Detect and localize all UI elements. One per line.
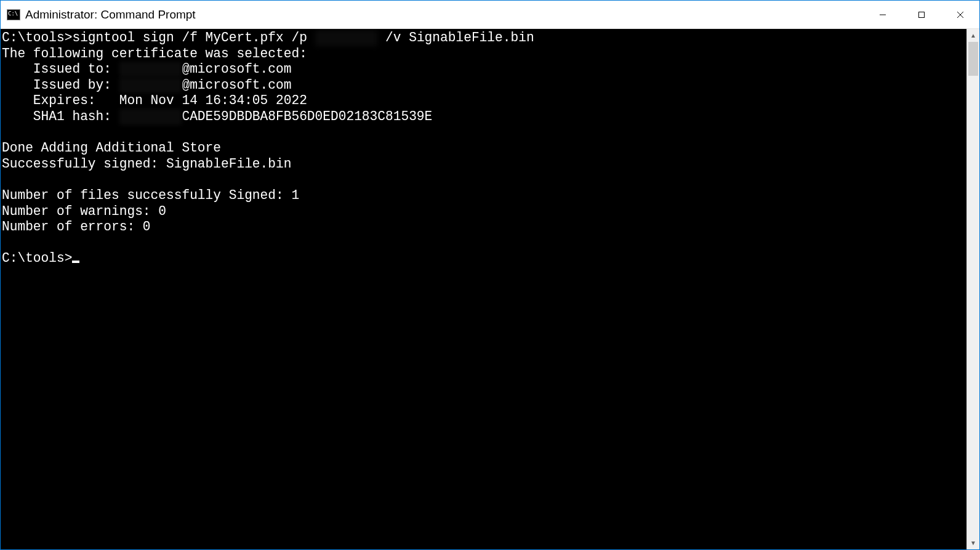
- issued-to-suffix: @microsoft.com: [182, 62, 291, 76]
- minimize-icon: [879, 11, 886, 18]
- issued-by-suffix: @microsoft.com: [182, 78, 291, 92]
- num-signed-line: Number of files successfully Signed: 1: [2, 188, 299, 203]
- scroll-down-arrow-icon[interactable]: ▼: [967, 536, 979, 549]
- close-button[interactable]: [941, 1, 979, 29]
- num-errors-line: Number of errors: 0: [2, 219, 151, 234]
- redacted-issued-to: ████████: [119, 62, 182, 78]
- maximize-button[interactable]: [902, 1, 941, 29]
- titlebar[interactable]: Administrator: Command Prompt: [1, 1, 979, 29]
- done-store-line: Done Adding Additional Store: [2, 140, 221, 155]
- scroll-thumb[interactable]: [968, 42, 978, 76]
- maximize-icon: [918, 11, 925, 18]
- prompt: C:\tools>: [2, 251, 72, 265]
- command-pre: signtool sign /f MyCert.pfx /p: [72, 30, 315, 45]
- cmd-icon: [7, 9, 20, 20]
- num-warnings-line: Number of warnings: 0: [2, 204, 166, 219]
- command-post: /v SignableFile.bin: [377, 30, 534, 45]
- sha1-suffix: CADE59DBDBA8FB56D0ED02183C81539E: [182, 109, 432, 124]
- success-signed-line: Successfully signed: SignableFile.bin: [2, 156, 291, 171]
- terminal-output[interactable]: C:\tools>signtool sign /f MyCert.pfx /p …: [1, 29, 966, 549]
- redacted-password: ████████: [315, 30, 378, 46]
- prompt: C:\tools>: [2, 30, 72, 45]
- scroll-track[interactable]: [967, 42, 979, 536]
- svg-rect-1: [918, 12, 924, 17]
- output-selected: The following certificate was selected:: [2, 46, 307, 61]
- close-icon: [957, 11, 964, 18]
- vertical-scrollbar[interactable]: ▲ ▼: [966, 29, 979, 549]
- client-area: C:\tools>signtool sign /f MyCert.pfx /p …: [1, 29, 979, 549]
- scroll-up-arrow-icon[interactable]: ▲: [967, 29, 979, 42]
- redacted-sha1: ████████: [119, 109, 182, 125]
- command-prompt-window: Administrator: Command Prompt C:\tools>s…: [0, 0, 980, 550]
- redacted-issued-by: ████████: [119, 78, 182, 94]
- text-cursor: [72, 261, 79, 263]
- minimize-button[interactable]: [863, 1, 902, 29]
- sha1-label: SHA1 hash:: [2, 109, 119, 124]
- expires-line: Expires: Mon Nov 14 16:34:05 2022: [2, 93, 307, 108]
- issued-to-label: Issued to:: [2, 62, 119, 76]
- issued-by-label: Issued by:: [2, 78, 119, 92]
- window-title: Administrator: Command Prompt: [25, 8, 196, 22]
